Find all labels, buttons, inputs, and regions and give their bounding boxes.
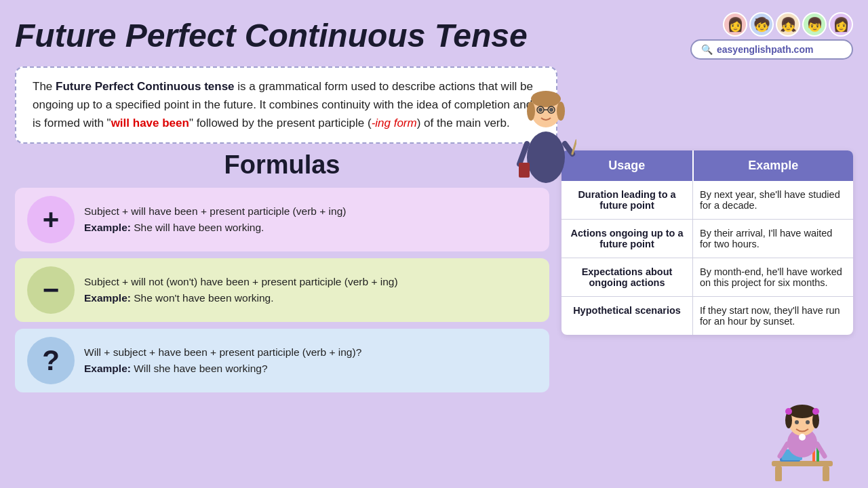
def-text-after-red1: " followed by the present participle ( — [189, 117, 372, 129]
usage-table: Usage Example Duration leading to a futu… — [561, 150, 853, 335]
def-text-end: ) of the main verb. — [417, 117, 510, 129]
left-side: Formulas + Subject + will have been + pr… — [15, 150, 549, 399]
table-row-2-example: By their arrival, I'll have waited for t… — [693, 219, 854, 258]
svg-point-0 — [527, 131, 565, 183]
table-row-1: Duration leading to a future point By ne… — [561, 181, 853, 220]
table-header-usage: Usage — [561, 150, 693, 181]
def-text-before: The — [33, 80, 56, 93]
svg-line-11 — [565, 144, 572, 154]
def-bold-phrase: Future Perfect Continuous tense — [56, 80, 235, 93]
positive-formula: Subject + will have been + present parti… — [84, 203, 346, 219]
svg-point-23 — [789, 405, 816, 418]
table-row-2-usage: Actions ongoing up to a future point — [561, 219, 693, 258]
avatar-4: 👦 — [802, 12, 827, 37]
svg-point-27 — [812, 408, 819, 415]
formula-negative: − Subject + will not (won't) have been +… — [15, 258, 549, 322]
table-row-3: Expectations about ongoing actions By mo… — [561, 258, 853, 296]
svg-rect-13 — [519, 163, 530, 178]
website-label: easyenglishpath.com — [717, 44, 813, 55]
formulas-title: Formulas — [15, 150, 549, 180]
svg-point-4 — [557, 102, 565, 121]
negative-text: Subject + will not (won't) have been + p… — [84, 274, 398, 306]
table-row-1-usage: Duration leading to a future point — [561, 181, 693, 220]
svg-point-28 — [795, 420, 799, 424]
negative-symbol: − — [27, 266, 75, 314]
question-example: Example: Will she have been working? — [84, 361, 361, 376]
teacher-illustration — [515, 76, 576, 184]
svg-point-2 — [531, 91, 561, 107]
svg-line-10 — [519, 144, 527, 164]
question-symbol: ? — [27, 337, 75, 384]
content-area: Formulas + Subject + will have been + pr… — [15, 150, 853, 399]
negative-formula: Subject + will not (won't) have been + p… — [84, 274, 398, 289]
avatars-row: 👩 🧒 👧 👦 👩 — [723, 12, 853, 37]
table-row-3-example: By month-end, he'll have worked on this … — [693, 258, 854, 296]
negative-example-label: Example: — [84, 292, 131, 304]
question-example-label: Example: — [84, 363, 131, 374]
student-illustration — [765, 396, 840, 485]
table-row-3-usage: Expectations about ongoing actions — [561, 258, 693, 296]
table-row-4-example: If they start now, they'll have run for … — [693, 296, 854, 335]
svg-point-26 — [785, 408, 792, 415]
svg-rect-16 — [823, 466, 829, 481]
page-title: Future Perfect Continuous Tense — [15, 18, 528, 54]
svg-point-3 — [527, 102, 535, 121]
table-row-1-example: By next year, she'll have studied for a … — [693, 181, 854, 220]
svg-point-6 — [549, 108, 553, 112]
header-right: 👩 🧒 👧 👦 👩 🔍 easyenglishpath.com — [690, 12, 853, 60]
negative-example: Example: She won't have been working. — [84, 290, 398, 306]
table-row-2: Actions ongoing up to a future point By … — [561, 219, 853, 258]
svg-rect-15 — [775, 466, 782, 481]
svg-rect-14 — [772, 461, 833, 466]
table-header-example: Example — [693, 150, 854, 181]
svg-point-32 — [799, 434, 806, 441]
svg-point-5 — [538, 108, 542, 112]
search-icon: 🔍 — [701, 44, 713, 55]
definition-box: The Future Perfect Continuous tense is a… — [15, 66, 557, 144]
positive-example: Example: She will have been working. — [84, 220, 346, 235]
positive-symbol: + — [27, 196, 75, 243]
svg-line-12 — [572, 140, 576, 154]
header-row: Future Perfect Continuous Tense 👩 🧒 👧 👦 … — [15, 12, 853, 60]
def-red-phrase1: will have been — [111, 117, 189, 129]
main-container: Future Perfect Continuous Tense 👩 🧒 👧 👦 … — [0, 0, 868, 488]
table-row-4: Hypothetical scenarios If they start now… — [561, 296, 853, 335]
right-side: Usage Example Duration leading to a futu… — [561, 150, 853, 335]
avatar-1: 👩 — [723, 12, 747, 37]
avatar-5: 👩 — [829, 12, 853, 37]
avatar-2: 🧒 — [749, 12, 774, 37]
positive-text: Subject + will have been + present parti… — [84, 203, 346, 235]
formula-positive: + Subject + will have been + present par… — [15, 188, 549, 251]
def-red-phrase2: -ing form — [372, 117, 417, 129]
avatar-3: 👧 — [776, 12, 800, 37]
question-formula: Will + subject + have been + present par… — [84, 344, 361, 360]
svg-point-29 — [806, 420, 810, 424]
positive-example-label: Example: — [84, 222, 131, 233]
search-bar[interactable]: 🔍 easyenglishpath.com — [690, 39, 853, 60]
table-row-4-usage: Hypothetical scenarios — [561, 296, 693, 335]
question-text: Will + subject + have been + present par… — [84, 344, 361, 376]
formula-question: ? Will + subject + have been + present p… — [15, 329, 549, 392]
